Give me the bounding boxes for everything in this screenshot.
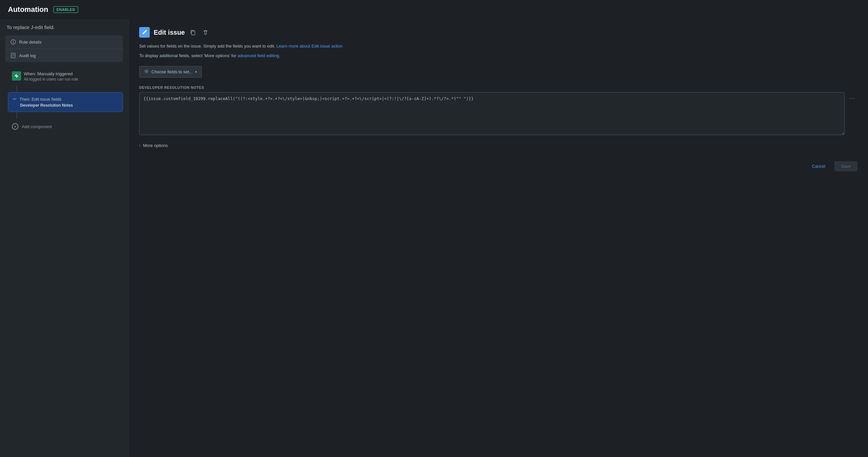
save-button[interactable]: Save <box>834 161 858 171</box>
content-area: Edit issue Set values for fields on the … <box>129 19 868 457</box>
field-input-row: {{issue.customfield_10299.replaceAll("((… <box>139 92 858 135</box>
edit-icon: ✏ <box>13 96 17 102</box>
field-section: Developer Resolution Notes {{issue.custo… <box>139 86 858 135</box>
choose-fields-label: Choose fields to set... <box>151 69 193 74</box>
svg-point-8 <box>146 70 147 72</box>
edit-issue-title: Edit issue <box>154 29 185 36</box>
app-title: Automation <box>8 5 48 14</box>
edit-issue-header: Edit issue <box>139 27 858 38</box>
choose-fields-button[interactable]: Choose fields to set... ▾ <box>139 66 202 78</box>
main-layout: To replace J-edit field. Rule details <box>0 19 868 457</box>
rule-title: To replace J-edit field. <box>5 24 123 30</box>
chevron-down-icon: ▾ <box>195 70 197 74</box>
svg-rect-7 <box>192 31 195 35</box>
action-sublabel: Developer Resolution Notes <box>20 103 118 108</box>
sidebar-nav: Rule details Audit log <box>5 35 123 62</box>
connector-line-2 <box>17 112 17 118</box>
sidebar-item-label: Audit log <box>19 53 36 58</box>
info-icon <box>10 39 16 45</box>
status-badge: ENABLED <box>54 6 78 13</box>
connector-line <box>17 86 17 92</box>
field-label: Developer Resolution Notes <box>139 86 858 89</box>
add-component[interactable]: + Add component <box>8 120 123 133</box>
cancel-button[interactable]: Cancel <box>807 161 830 171</box>
sidebar-item-label: Rule details <box>19 39 41 45</box>
sidebar-item-audit-log[interactable]: Audit log <box>5 49 123 62</box>
svg-point-2 <box>13 40 13 41</box>
sidebar: To replace J-edit field. Rule details <box>0 19 129 457</box>
chevron-right-icon: › <box>139 143 141 147</box>
learn-more-link[interactable]: Learn more about Edit issue action <box>276 44 343 49</box>
add-circle-icon: + <box>12 123 19 130</box>
more-options-label: More options <box>143 143 168 148</box>
edit-issue-icon <box>139 27 150 38</box>
field-textarea[interactable]: {{issue.customfield_10299.replaceAll("((… <box>139 92 845 135</box>
copy-button[interactable] <box>189 28 197 37</box>
more-options-row[interactable]: › More options <box>139 140 858 150</box>
trigger-label: When: Manually triggered <box>24 71 79 76</box>
header: Automation ENABLED <box>0 0 868 19</box>
trigger-item[interactable]: When: Manually triggered All logged in u… <box>8 67 123 86</box>
gear-icon <box>144 69 149 75</box>
action-item-selected[interactable]: ✏ Then: Edit issue fields Developer Reso… <box>8 92 123 112</box>
advanced-field-link[interactable]: advanced field editing <box>238 53 279 58</box>
trigger-content: When: Manually triggered All logged in u… <box>24 71 79 82</box>
action-label: Then: Edit issue fields <box>20 97 61 102</box>
additional-fields-text: To display additional fields, select 'Mo… <box>139 53 858 59</box>
trigger-description: All logged in users can run rule. <box>24 77 79 82</box>
delete-button[interactable] <box>201 28 210 37</box>
sidebar-item-rule-details[interactable]: Rule details <box>5 35 123 49</box>
trigger-icon <box>12 71 21 81</box>
action-header: ✏ Then: Edit issue fields <box>13 96 118 102</box>
field-more-options-button[interactable]: ··· <box>847 93 858 103</box>
action-buttons: Cancel Save <box>139 159 858 171</box>
add-component-label: Add component <box>22 124 52 129</box>
description-text: Set values for fields on the issue. Simp… <box>139 43 858 50</box>
audit-icon <box>10 53 16 58</box>
timeline: When: Manually triggered All logged in u… <box>5 67 123 133</box>
